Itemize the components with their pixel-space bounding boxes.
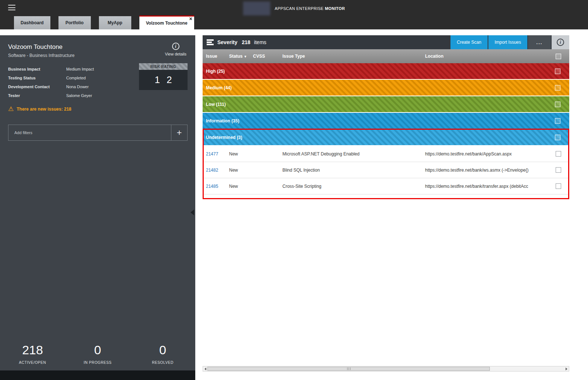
issue-row[interactable]: 21477 New Microsoft ASP.NET Debugging En… (203, 146, 569, 162)
severity-group-low[interactable]: Low (111) (203, 96, 569, 112)
issue-location: https://demo.testfire.net/bank/transfer.… (425, 184, 547, 189)
view-details-link[interactable]: View details (165, 52, 187, 56)
column-issue-type[interactable]: Issue Type (282, 54, 425, 59)
field-value: Medium Impact (66, 67, 133, 71)
issues-toolbar-title-group: Severity 218 items (203, 35, 450, 49)
items-count: 218 (242, 39, 250, 45)
stat-value: 218 (0, 343, 65, 357)
app-title-bold: MONITOR (325, 6, 345, 11)
group-label: Low (111) (206, 102, 226, 107)
column-cvss[interactable]: CVSS (253, 54, 282, 59)
stat-label: IN PROGRESS (65, 361, 130, 365)
issue-id-link[interactable]: 21485 (206, 184, 229, 189)
group-label: Undetermined (3) (206, 135, 242, 140)
tab-portfolio[interactable]: Portfolio (58, 16, 91, 29)
collapse-panel-icon[interactable] (190, 209, 194, 215)
stat-resolved: 0 RESOLVED (130, 343, 195, 365)
issue-status: New (229, 151, 253, 157)
severity-group-medium[interactable]: Medium (44) (203, 80, 569, 96)
scroll-left-icon[interactable] (204, 368, 206, 370)
scrollbar-thumb[interactable] (207, 367, 490, 371)
tab-myapp[interactable]: MyApp (99, 16, 131, 29)
issue-type: Blind SQL Injection (282, 168, 425, 173)
more-actions-button[interactable]: ... (528, 35, 551, 49)
tab-dashboard[interactable]: Dashboard (14, 16, 50, 29)
screen: APPSCAN ENTERPRISE MONITOR Dashboard Por… (0, 0, 588, 380)
issue-type: Microsoft ASP.NET Debugging Enabled (282, 151, 425, 157)
issue-id-link[interactable]: 21482 (206, 168, 229, 173)
tab-label: Portfolio (65, 20, 83, 25)
tab-volzoom-touchtone[interactable]: Volzoom Touchtone × (139, 15, 194, 29)
row-checkbox[interactable] (556, 151, 561, 157)
field-value: Completed (66, 76, 133, 80)
create-scan-button[interactable]: Create Scan (450, 35, 488, 49)
items-count-suffix: items (254, 39, 266, 45)
scroll-right-icon[interactable] (566, 368, 567, 370)
add-filters-input[interactable] (8, 125, 171, 140)
field-value: Salome Geyer (66, 93, 133, 98)
close-tab-icon[interactable]: × (189, 16, 192, 21)
stat-label: RESOLVED (130, 361, 195, 365)
severity-group-information[interactable]: Information (35) (203, 113, 569, 129)
issues-panel: Severity 218 items Create Scan Import Is… (203, 35, 569, 373)
bottom-strip (0, 370, 195, 380)
application-subtitle: Software - Business Infrastructure (8, 53, 187, 58)
column-issue[interactable]: Issue (206, 54, 229, 59)
logo (243, 1, 270, 15)
row-checkbox[interactable] (556, 167, 561, 173)
group-checkbox[interactable] (555, 85, 560, 90)
tab-label: Volzoom Touchtone (146, 21, 188, 26)
application-panel: Volzoom Touchtone Software - Business In… (0, 35, 195, 380)
field-label: Business Impact (8, 67, 66, 71)
tab-label: Dashboard (21, 20, 44, 25)
select-all-checkbox[interactable] (556, 54, 561, 59)
stat-in-progress: 0 IN PROGRESS (65, 343, 130, 365)
filter-box: + (8, 125, 188, 141)
severity-group-undetermined[interactable]: Undetermined (3) (203, 129, 569, 145)
field-label: Development Contact (8, 85, 66, 89)
issue-location: https://demo.testfire.net/bank/ws.asmx (… (425, 168, 547, 173)
issue-row[interactable]: 21482 New Blind SQL Injection https://de… (203, 162, 569, 178)
info-icon: i (557, 39, 564, 46)
info-icon[interactable]: i (172, 43, 179, 50)
group-label: Information (35) (206, 118, 239, 123)
stat-active-open: 218 ACTIVE/OPEN (0, 343, 65, 365)
app-title: APPSCAN ENTERPRISE MONITOR (275, 6, 345, 11)
severity-group-high[interactable]: High (25) (203, 63, 569, 79)
panel-info-button[interactable]: i (552, 35, 569, 49)
stat-value: 0 (130, 343, 195, 357)
field-label: Tester (8, 93, 66, 98)
issue-type: Cross-Site Scripting (282, 184, 425, 189)
group-checkbox[interactable] (555, 68, 560, 74)
stat-value: 0 (65, 343, 130, 357)
column-location[interactable]: Location (425, 54, 547, 59)
application-fields: Business Impact Medium Impact Testing St… (8, 67, 133, 98)
issue-location: https://demo.testfire.net/bank/AppScan.a… (425, 151, 547, 157)
application-name: Volzoom Touchtone (8, 43, 187, 51)
risk-rating-label: RISK RATING (139, 63, 188, 70)
application-panel-body: Volzoom Touchtone Software - Business In… (0, 35, 195, 141)
group-label: Medium (44) (206, 85, 232, 90)
app-brand: APPSCAN ENTERPRISE MONITOR (0, 0, 588, 17)
import-issues-button[interactable]: Import Issues (488, 35, 527, 49)
app-title-prefix: APPSCAN ENTERPRISE (275, 6, 324, 11)
row-checkbox[interactable] (556, 183, 561, 189)
issues-toolbar: Severity 218 items Create Scan Import Is… (203, 35, 569, 49)
add-filter-button[interactable]: + (171, 125, 187, 140)
horizontal-scrollbar[interactable] (203, 366, 569, 372)
issue-id-link[interactable]: 21477 (206, 151, 229, 157)
issue-stats: 218 ACTIVE/OPEN 0 IN PROGRESS 0 RESOLVED (0, 343, 195, 365)
tab-label: MyApp (108, 20, 122, 25)
tab-bar: Dashboard Portfolio MyApp Volzoom Toucht… (14, 15, 194, 29)
risk-rating-value: 12 (139, 70, 188, 90)
field-value: Nona Dower (66, 85, 133, 89)
group-by-label[interactable]: Severity (217, 39, 237, 45)
new-issues-warning: ⚠ There are new issues: 218 (8, 106, 187, 112)
top-bar: APPSCAN ENTERPRISE MONITOR Dashboard Por… (0, 0, 588, 29)
group-checkbox[interactable] (555, 135, 560, 140)
warning-icon: ⚠ (8, 106, 14, 112)
group-checkbox[interactable] (555, 101, 560, 107)
issue-row[interactable]: 21485 New Cross-Site Scripting https://d… (203, 178, 569, 194)
group-checkbox[interactable] (555, 118, 560, 123)
column-status[interactable]: Status▼ (229, 54, 253, 59)
